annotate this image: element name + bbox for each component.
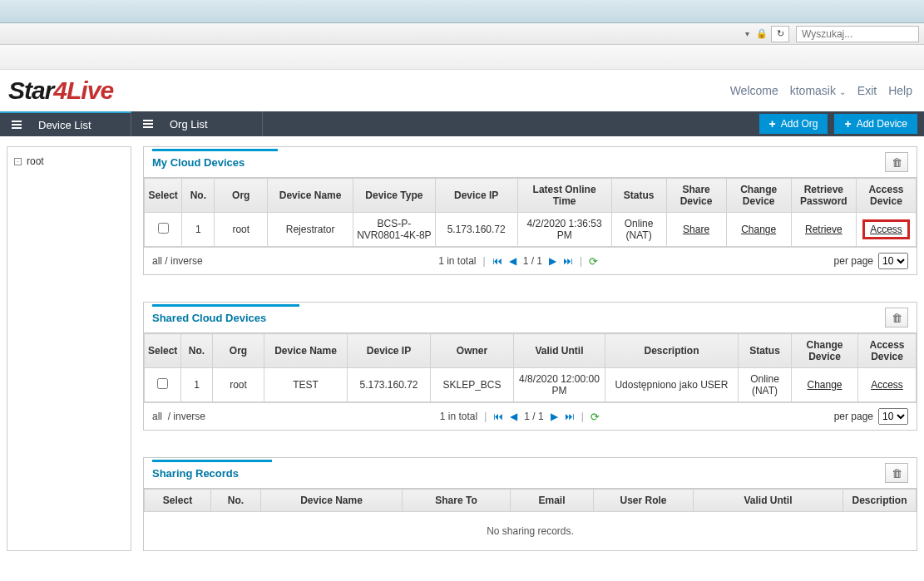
- tab-org-list[interactable]: Org List: [131, 111, 263, 136]
- pager-total: 1 in total: [438, 255, 476, 267]
- no-records-text: No sharing records.: [144, 512, 917, 550]
- delete-button[interactable]: 🗑: [885, 463, 908, 483]
- refresh-icon[interactable]: ⟳: [589, 255, 598, 268]
- panel-shared-cloud-devices: Shared Cloud Devices 🗑 Select No. Org De…: [143, 302, 917, 431]
- tree-root[interactable]: · root: [14, 155, 124, 167]
- col-share: Share Device: [666, 179, 726, 213]
- logo-star: Star: [8, 76, 53, 104]
- access-link[interactable]: Access: [870, 224, 902, 235]
- panel-title: Shared Cloud Devices: [152, 304, 299, 324]
- add-device-button[interactable]: +Add Device: [834, 114, 917, 134]
- cell-time: 4/2/2020 1:36:53 PM: [517, 213, 611, 247]
- col-status: Status: [739, 334, 792, 368]
- col-org: Org: [215, 179, 268, 213]
- col-select: Select: [145, 490, 211, 512]
- col-description: Description: [605, 334, 739, 368]
- add-org-button[interactable]: +Add Org: [759, 114, 828, 134]
- per-page-label: per page: [834, 255, 873, 267]
- browser-toolbar: ▾ 🔒 ↻: [0, 23, 924, 45]
- prev-page-icon[interactable]: ◀: [509, 255, 516, 267]
- col-org: Org: [213, 334, 264, 368]
- change-link[interactable]: Change: [741, 224, 776, 235]
- cell-ip: 5.173.160.72: [435, 213, 517, 247]
- user-menu[interactable]: ktomasik ⌄: [790, 84, 846, 97]
- cell-name: TEST: [264, 368, 348, 402]
- cell-no: 1: [181, 368, 213, 402]
- col-no: No.: [182, 179, 215, 213]
- page-indicator: 1 / 1: [524, 411, 543, 422]
- access-link[interactable]: Access: [871, 379, 903, 391]
- reload-button[interactable]: ↻: [771, 26, 789, 42]
- first-page-icon[interactable]: ⏮: [493, 411, 503, 422]
- col-access: Access Device: [858, 334, 917, 368]
- add-device-label: Add Device: [857, 118, 907, 130]
- col-device-type: Device Type: [353, 179, 436, 213]
- add-org-label: Add Org: [781, 118, 818, 130]
- dropdown-arrow-icon[interactable]: ▾: [742, 29, 753, 38]
- browser-titlebar: [0, 0, 924, 23]
- select-all[interactable]: all: [152, 255, 162, 267]
- app-logo: Star4Live: [8, 76, 113, 105]
- row-checkbox[interactable]: [157, 378, 168, 389]
- table-row: 1 root Rejestrator BCS-P-NVR0801-4K-8P 5…: [145, 213, 917, 247]
- col-user-role: User Role: [594, 490, 694, 512]
- select-all[interactable]: all: [152, 411, 162, 422]
- col-status: Status: [611, 179, 666, 213]
- cell-desc: Udostępniono jako USER: [605, 368, 739, 402]
- per-page-select[interactable]: 10: [878, 408, 908, 425]
- select-inverse[interactable]: inverse: [170, 255, 203, 267]
- cell-name: Rejestrator: [268, 213, 353, 247]
- cell-ip: 5.173.160.72: [348, 368, 431, 402]
- col-change: Change Device: [792, 334, 858, 368]
- col-change: Change Device: [726, 179, 791, 213]
- next-page-icon[interactable]: ▶: [549, 255, 556, 267]
- cell-owner: SKLEP_BCS: [431, 368, 514, 402]
- plus-icon: +: [769, 117, 776, 130]
- my-devices-pager: all / inverse 1 in total | ⏮ ◀ 1 / 1 ▶ ⏭…: [144, 247, 917, 274]
- menu-icon: [143, 120, 153, 128]
- delete-button[interactable]: 🗑: [885, 152, 908, 172]
- share-link[interactable]: Share: [683, 224, 709, 235]
- col-device-name: Device Name: [264, 334, 348, 368]
- prev-page-icon[interactable]: ◀: [510, 411, 517, 422]
- tab-device-list[interactable]: Device List: [0, 111, 131, 136]
- col-valid-until: Valid Until: [694, 490, 843, 512]
- change-link[interactable]: Change: [807, 379, 842, 391]
- cell-org: root: [215, 213, 268, 247]
- welcome-text: Welcome: [730, 84, 778, 97]
- browser-search-input[interactable]: [796, 26, 919, 42]
- exit-link[interactable]: Exit: [857, 84, 877, 97]
- row-checkbox[interactable]: [158, 223, 169, 234]
- menu-icon: [12, 121, 22, 129]
- col-no: No.: [211, 490, 261, 512]
- cell-status: Online (NAT): [739, 368, 792, 402]
- col-share-to: Share To: [403, 490, 511, 512]
- page-indicator: 1 / 1: [523, 255, 542, 267]
- username: ktomasik: [790, 84, 836, 97]
- tab-device-list-label: Device List: [38, 119, 91, 131]
- cell-status: Online (NAT): [611, 213, 666, 247]
- access-highlight: Access: [862, 219, 910, 239]
- last-page-icon[interactable]: ⏭: [565, 411, 575, 422]
- col-device-ip: Device IP: [348, 334, 431, 368]
- col-select: Select: [145, 334, 181, 368]
- per-page-label: per page: [834, 411, 873, 422]
- last-page-icon[interactable]: ⏭: [563, 255, 573, 267]
- help-link[interactable]: Help: [888, 84, 912, 97]
- cell-org: root: [213, 368, 264, 402]
- col-device-name: Device Name: [268, 179, 353, 213]
- first-page-icon[interactable]: ⏮: [492, 255, 502, 267]
- next-page-icon[interactable]: ▶: [551, 411, 558, 422]
- tree-toggle-icon[interactable]: ·: [14, 158, 22, 165]
- tree-root-label: root: [27, 155, 44, 167]
- col-access: Access Device: [856, 179, 916, 213]
- table-row: 1 root TEST 5.173.160.72 SKLEP_BCS 4/8/2…: [145, 368, 917, 402]
- per-page-select[interactable]: 10: [878, 253, 908, 269]
- col-no: No.: [181, 334, 213, 368]
- refresh-icon[interactable]: ⟳: [590, 411, 600, 423]
- retrieve-link[interactable]: Retrieve: [805, 224, 842, 235]
- delete-button[interactable]: 🗑: [885, 308, 908, 327]
- logo-four: 4: [53, 76, 67, 104]
- select-inverse[interactable]: inverse: [173, 411, 205, 422]
- col-latest-online: Latest Online Time: [517, 179, 611, 213]
